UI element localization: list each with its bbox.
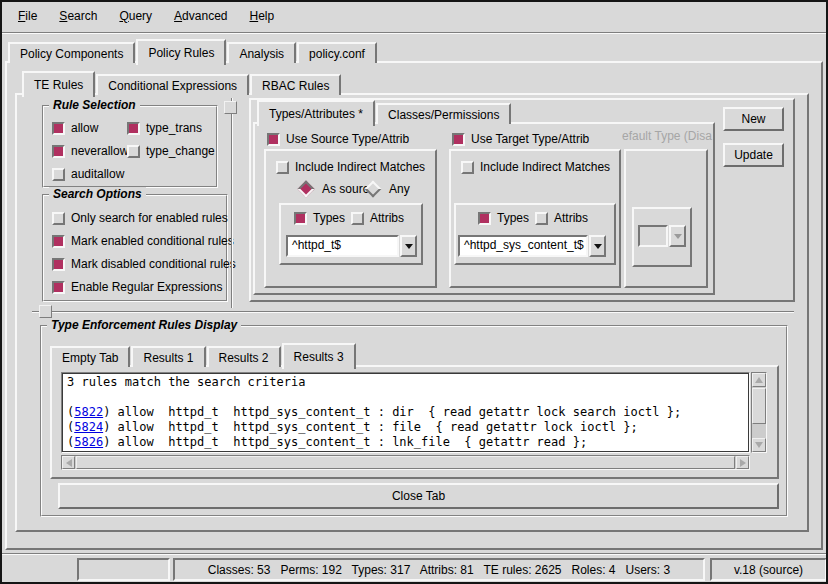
checkbox-label: Use Source Type/Attrib [286,132,409,146]
menu-bar: File Search Query Advanced Help [4,2,824,30]
checkbox-source-types[interactable]: Types [294,211,345,225]
vertical-sash-line [231,98,233,308]
status-panel-version: v.18 (source) [710,558,827,581]
checkbox-label: Attribs [370,211,404,225]
checkbox-label: Types [497,211,529,225]
tab-te-rules[interactable]: TE Rules [22,71,95,97]
sub-tab-bar: TE Rules Conditional Expressions RBAC Ru… [22,70,342,95]
checkbox-indicator [52,258,65,271]
horizontal-sash-line [32,311,794,313]
tab-policy-components[interactable]: Policy Components [8,42,135,63]
chevron-down-icon [594,244,602,249]
scroll-right-button[interactable] [736,456,749,469]
rule-text: ) allow httpd_t httpd_sys_content_t : di… [103,405,681,419]
checkbox-indicator [478,212,491,225]
checkbox-label: auditallow [71,167,124,181]
results-vertical-scrollbar[interactable] [751,372,767,453]
checkbox-target-types[interactable]: Types [478,211,529,225]
radio-any[interactable]: Any [365,182,410,196]
checkbox-mark-disabled-conditional[interactable]: Mark disabled conditional rules [52,257,236,271]
checkbox-label: Only search for enabled rules [71,211,228,225]
checkbox-indicator [52,168,65,181]
checkbox-indicator [52,281,65,294]
results-text-area[interactable]: 3 rules match the search criteria (5822)… [62,373,749,452]
target-type-combobox: ^httpd_sys_content_t$ [458,235,606,257]
checkbox-indicator [452,133,465,146]
tab-results-2[interactable]: Results 2 [207,346,281,367]
default-type-dropdown-button [669,225,686,247]
target-type-dropdown-button[interactable] [589,235,606,257]
query-tab-bar: Types/Attributes * Classes/Permissions [257,100,512,124]
te-rules-display-title: Type Enforcement Rules Display [47,318,241,332]
tab-results-3[interactable]: Results 3 [282,343,356,369]
results-tab-bar: Empty Tab Results 1 Results 2 Results 3 [50,343,357,367]
menu-file[interactable]: File [12,7,43,25]
checkbox-target-attribs[interactable]: Attribs [535,211,588,225]
radio-indicator [365,181,382,198]
arrow-left-icon [66,459,72,467]
tab-rbac-rules[interactable]: RBAC Rules [250,74,341,95]
checkbox-use-target-type[interactable]: Use Target Type/Attrib [452,132,589,146]
checkbox-source-indirect[interactable]: Include Indirect Matches [276,160,425,174]
tab-classes-permissions[interactable]: Classes/Permissions [376,103,511,124]
scroll-down-button[interactable] [752,438,766,452]
close-tab-button[interactable]: Close Tab [58,483,779,509]
menu-search[interactable]: Search [53,7,103,25]
new-button[interactable]: New [723,107,784,131]
update-button[interactable]: Update [723,143,784,167]
menu-help[interactable]: Help [243,7,280,25]
checkbox-indicator [52,212,65,225]
checkbox-mark-enabled-conditional[interactable]: Mark enabled conditional rules [52,234,234,248]
checkbox-auditallow[interactable]: auditallow [52,167,124,181]
checkbox-type-trans[interactable]: type_trans [127,121,202,135]
tab-policy-rules[interactable]: Policy Rules [136,39,226,65]
scroll-up-button[interactable] [752,373,766,387]
horizontal-scroll-thumb[interactable] [76,456,735,469]
menu-separator [2,32,826,34]
checkbox-only-enabled-rules[interactable]: Only search for enabled rules [52,211,228,225]
tab-types-attributes[interactable]: Types/Attributes * [257,100,375,126]
rule-id-link-5824[interactable]: 5824 [74,420,103,434]
checkbox-label: Types [313,211,345,225]
checkbox-allow[interactable]: allow [52,121,98,135]
checkbox-label: Include Indirect Matches [295,160,425,174]
main-tab-bar: Policy Components Policy Rules Analysis … [8,37,378,63]
radio-label: Any [389,182,410,196]
tab-analysis[interactable]: Analysis [227,42,296,63]
checkbox-indicator [294,212,307,225]
checkbox-use-source-type[interactable]: Use Source Type/Attrib [267,132,409,146]
horizontal-sash-handle[interactable] [39,305,52,318]
apol-window: File Search Query Advanced Help Policy C… [0,0,828,584]
vertical-scroll-thumb[interactable] [752,388,766,424]
tab-results-1[interactable]: Results 1 [131,346,205,367]
rule-text: ) allow httpd_t httpd_sys_content_t : ln… [103,435,587,449]
source-type-entry[interactable]: ^httpd_t$ [286,235,399,257]
vertical-sash-handle[interactable] [224,101,237,114]
checkbox-type-change[interactable]: type_change [127,144,215,158]
checkbox-indicator [127,145,140,158]
results-horizontal-scrollbar[interactable] [61,455,750,470]
scroll-left-button[interactable] [62,456,75,469]
checkbox-neverallow[interactable]: neverallow [52,144,128,158]
status-panel-empty [77,558,170,581]
rule-text: ) allow httpd_t httpd_sys_content_t : fi… [103,420,638,434]
search-options-title: Search Options [49,187,146,201]
rule-line-1: (5822) allow httpd_t httpd_sys_content_t… [67,405,744,420]
tab-policy-conf[interactable]: policy.conf [297,42,377,63]
source-type-dropdown-button[interactable] [400,235,417,257]
checkbox-label: neverallow [71,144,128,158]
tab-empty[interactable]: Empty Tab [50,346,130,367]
checkbox-indicator [52,145,65,158]
checkbox-label: allow [71,121,98,135]
menu-advanced[interactable]: Advanced [168,7,233,25]
checkbox-label: Mark disabled conditional rules [71,257,236,271]
target-type-entry[interactable]: ^httpd_sys_content_t$ [458,235,588,257]
results-text-frame: 3 rules match the search criteria (5822)… [61,372,750,453]
rule-id-link-5822[interactable]: 5822 [74,405,103,419]
checkbox-source-attribs[interactable]: Attribs [351,211,404,225]
rule-id-link-5826[interactable]: 5826 [74,435,103,449]
tab-conditional-expressions[interactable]: Conditional Expressions [96,74,249,95]
menu-query[interactable]: Query [113,7,158,25]
checkbox-enable-regex[interactable]: Enable Regular Expressions [52,280,222,294]
checkbox-target-indirect[interactable]: Include Indirect Matches [461,160,610,174]
